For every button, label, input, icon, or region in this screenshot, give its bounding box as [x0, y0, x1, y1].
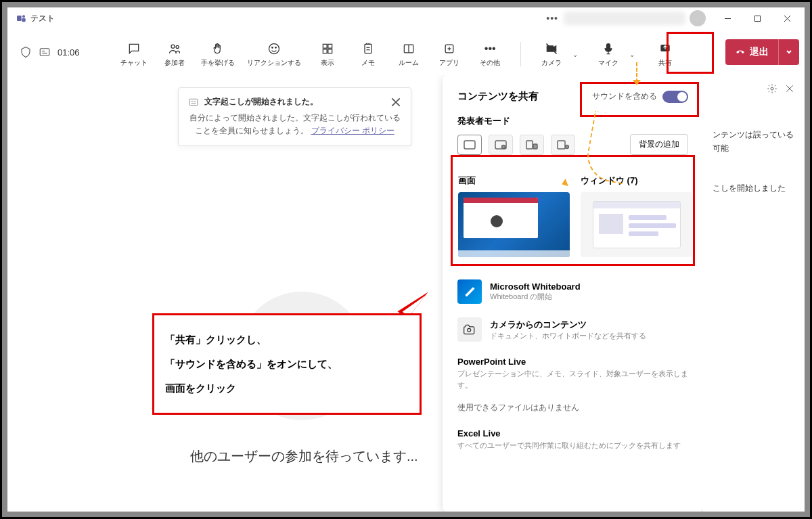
- svg-point-45: [566, 145, 569, 148]
- presenter-mode-standout[interactable]: [489, 135, 513, 155]
- rooms-button[interactable]: ルーム: [394, 41, 423, 68]
- annotation-arrowhead-1: [633, 80, 641, 85]
- leave-dropdown[interactable]: [778, 39, 799, 65]
- chat-button[interactable]: チャット: [120, 41, 148, 68]
- svg-rect-0: [17, 16, 22, 21]
- callout-line-1: 「共有」クリックし、: [165, 328, 409, 352]
- svg-rect-42: [526, 141, 533, 149]
- toast-close-icon[interactable]: [390, 97, 401, 108]
- screen-thumbnail[interactable]: [458, 192, 570, 257]
- svg-rect-43: [533, 144, 537, 149]
- call-timer: 01:06: [58, 47, 80, 58]
- avatar[interactable]: [690, 10, 706, 26]
- camera-content-option[interactable]: カメラからのコンテンツドキュメント、ホワイトボードなどを共有する: [457, 317, 688, 342]
- settings-icon[interactable]: [767, 83, 777, 94]
- presenter-mode-side[interactable]: [520, 135, 544, 155]
- svg-rect-19: [365, 44, 371, 53]
- close-icon[interactable]: [784, 83, 795, 94]
- svg-point-47: [771, 87, 773, 90]
- svg-rect-4: [754, 16, 760, 21]
- svg-rect-18: [328, 49, 332, 53]
- divider: [520, 42, 521, 66]
- teams-icon: [16, 13, 26, 24]
- maximize-button[interactable]: [742, 7, 772, 29]
- raise-hand-button[interactable]: 手を挙げる: [201, 41, 235, 68]
- powerpoint-section: PowerPoint Live プレゼンテーション中に、メモ、スライド、対象ユー…: [457, 357, 688, 413]
- svg-rect-16: [328, 44, 332, 48]
- camera-chevron-icon[interactable]: ⌄: [568, 51, 582, 58]
- transcription-icon: [188, 97, 199, 108]
- svg-point-11: [176, 45, 179, 48]
- titlebar: テスト •••: [7, 7, 805, 29]
- svg-point-46: [468, 328, 471, 332]
- share-panel-title: コンテンツを共有: [457, 90, 539, 103]
- meeting-body: 文字起こしが開始されました。 自分によって開始されました。文字起こしが行われてい…: [7, 75, 805, 512]
- camera-button[interactable]: カメラ: [537, 41, 566, 68]
- whiteboard-option[interactable]: Microsoft WhiteboardWhiteboard の開始: [457, 279, 688, 304]
- close-button[interactable]: [772, 7, 802, 29]
- shield-icon[interactable]: [20, 46, 32, 58]
- transcription-toast: 文字起こしが開始されました。 自分によって開始されました。文字起こしが行われてい…: [178, 87, 411, 146]
- excel-live-label: Excel Live: [457, 428, 688, 438]
- view-button[interactable]: 表示: [313, 41, 342, 68]
- mic-button[interactable]: マイク: [594, 41, 623, 68]
- share-content-panel: コンテンツを共有 サウンドを含める 発表者モード 背景の追加 画面: [443, 75, 703, 512]
- whiteboard-icon: [457, 279, 482, 304]
- minimize-button[interactable]: [713, 7, 742, 29]
- participants-button[interactable]: 参加者: [160, 41, 189, 68]
- toast-title: 文字起こしが開始されました。: [204, 96, 318, 108]
- reaction-button[interactable]: リアクションする: [247, 41, 301, 68]
- side-text-1: ンテンツは誤っている可能: [713, 128, 795, 156]
- transcript-icon[interactable]: [39, 46, 51, 58]
- svg-rect-17: [323, 49, 328, 53]
- svg-point-41: [502, 145, 505, 148]
- window-thumbnail[interactable]: [581, 192, 692, 257]
- window-title: テスト: [30, 13, 55, 24]
- svg-point-12: [269, 43, 279, 53]
- svg-rect-15: [323, 44, 328, 48]
- svg-point-10: [171, 45, 175, 48]
- svg-point-13: [272, 47, 273, 48]
- add-background-button[interactable]: 背景の追加: [630, 134, 688, 155]
- presenter-mode-none[interactable]: [457, 135, 482, 155]
- excel-section: Excel Live すべてのユーザーで共同作業に取り組むためにブックを共有しま…: [457, 428, 688, 451]
- more-button[interactable]: •••その他: [476, 41, 504, 68]
- more-icon[interactable]: •••: [541, 13, 564, 24]
- annotation-screens-highlight: 画面 ウィンドウ (7): [451, 155, 695, 266]
- hangup-icon: [735, 47, 746, 58]
- annotation-share-highlight: [667, 32, 714, 74]
- mic-chevron-icon[interactable]: ⌄: [625, 51, 639, 58]
- powerpoint-live-label: PowerPoint Live: [457, 357, 688, 367]
- svg-rect-7: [40, 49, 49, 56]
- screen-section-label: 画面: [458, 175, 570, 187]
- privacy-link[interactable]: プライバシー ポリシー: [311, 126, 394, 135]
- instruction-callout: 「共有」クリックし、 「サウンドを含める」をオンにして、 画面をクリック: [152, 313, 422, 415]
- apps-button[interactable]: アプリ: [435, 41, 464, 68]
- svg-rect-39: [464, 141, 475, 149]
- user-name-blurred: [564, 12, 685, 25]
- svg-rect-44: [558, 141, 565, 149]
- presenter-mode-reporter[interactable]: [551, 135, 575, 155]
- side-text-2: こしを開始しました: [713, 183, 795, 194]
- transcript-side-pane: ンテンツは誤っている可能 こしを開始しました: [703, 75, 805, 512]
- leave-button[interactable]: 退出: [725, 39, 799, 65]
- svg-point-1: [22, 15, 25, 18]
- callout-line-3: 画面をクリック: [165, 376, 409, 401]
- notes-button[interactable]: メモ: [354, 41, 382, 68]
- svg-rect-33: [189, 99, 198, 105]
- svg-point-14: [275, 47, 277, 48]
- camera-content-icon: [457, 317, 482, 342]
- callout-line-2: 「サウンドを含める」をオンにして、: [165, 352, 409, 376]
- svg-rect-2: [22, 18, 25, 22]
- waiting-message: 他のユーザーの参加を待っています...: [190, 447, 418, 466]
